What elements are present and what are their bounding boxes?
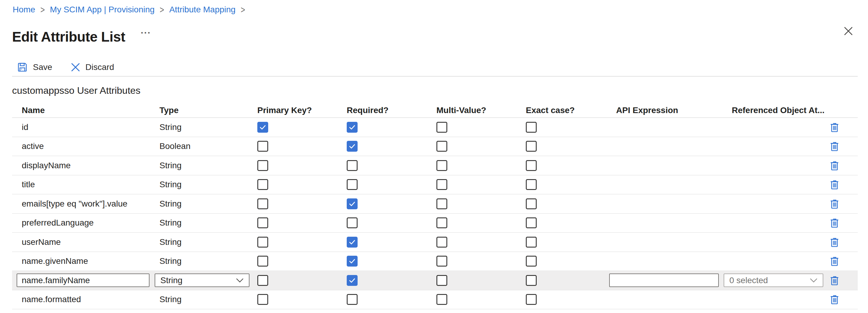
checkbox-required[interactable]: [347, 294, 358, 305]
api-expression-input[interactable]: [609, 274, 719, 287]
checkbox-required[interactable]: [347, 275, 358, 286]
delete-attribute-button[interactable]: [830, 256, 839, 267]
checkbox-multi-value[interactable]: [436, 122, 447, 133]
checkbox-multi-value[interactable]: [436, 237, 447, 248]
checkbox-multi-value[interactable]: [436, 141, 447, 152]
discard-x-icon: [71, 63, 80, 72]
checkbox-primary-key[interactable]: [257, 217, 268, 228]
trash-icon: [830, 294, 839, 305]
breadcrumb-separator-icon: >: [40, 4, 45, 15]
breadcrumb-separator-icon: >: [160, 4, 164, 15]
attribute-type: String: [159, 218, 257, 228]
delete-attribute-button[interactable]: [830, 199, 839, 209]
checkbox-primary-key[interactable]: [257, 237, 268, 248]
breadcrumb-link[interactable]: Attribute Mapping: [169, 5, 235, 14]
attribute-name-input[interactable]: [17, 274, 150, 287]
trash-icon: [830, 218, 839, 228]
attribute-name: userName: [12, 237, 159, 247]
delete-attribute-button[interactable]: [830, 179, 839, 190]
checkbox-primary-key[interactable]: [257, 141, 268, 152]
toolbar-divider: [12, 76, 858, 77]
delete-attribute-button[interactable]: [830, 294, 839, 305]
checkbox-exact-case[interactable]: [526, 141, 537, 152]
table-row: title String: [12, 175, 858, 195]
discard-button-label: Discard: [86, 62, 114, 72]
column-header-required: Required?: [347, 106, 436, 115]
trash-icon: [830, 161, 839, 171]
checkbox-required[interactable]: [347, 179, 358, 190]
attribute-name: displayName: [12, 161, 159, 170]
checkbox-exact-case[interactable]: [526, 275, 537, 286]
column-header-exact-case: Exact case?: [526, 106, 609, 115]
checkbox-multi-value[interactable]: [436, 256, 447, 267]
checkbox-primary-key[interactable]: [257, 294, 268, 305]
section-heading: customappsso User Attributes: [12, 85, 141, 96]
attribute-type: String: [159, 237, 257, 247]
trash-icon: [830, 179, 839, 190]
checkbox-exact-case[interactable]: [526, 199, 537, 209]
more-options-button[interactable]: ...: [141, 25, 151, 36]
discard-button[interactable]: Discard: [71, 62, 114, 72]
delete-attribute-button[interactable]: [830, 160, 839, 171]
trash-icon: [830, 199, 839, 209]
checkbox-multi-value[interactable]: [436, 199, 447, 209]
checkbox-multi-value[interactable]: [436, 179, 447, 190]
checkbox-primary-key[interactable]: [257, 160, 268, 171]
checkbox-exact-case[interactable]: [526, 237, 537, 248]
checkbox-exact-case[interactable]: [526, 217, 537, 228]
table-row: name.givenName String: [12, 252, 858, 271]
attribute-name: name.givenName: [12, 256, 159, 266]
check-icon: [348, 124, 356, 131]
checkbox-exact-case[interactable]: [526, 294, 537, 305]
table-row: name.formatted String: [12, 290, 858, 310]
checkbox-multi-value[interactable]: [436, 275, 447, 286]
column-header-type: Type: [159, 106, 257, 115]
breadcrumb-link[interactable]: Home: [13, 5, 35, 14]
checkbox-primary-key[interactable]: [257, 179, 268, 190]
attribute-name: preferredLanguage: [12, 218, 159, 228]
checkbox-required[interactable]: [347, 199, 358, 209]
checkbox-required[interactable]: [347, 217, 358, 228]
save-button-label: Save: [33, 62, 52, 72]
checkbox-primary-key[interactable]: [257, 275, 268, 286]
delete-attribute-button[interactable]: [830, 141, 839, 152]
attribute-name: active: [12, 141, 159, 151]
table-row: active Boolean: [12, 137, 858, 156]
checkbox-required[interactable]: [347, 237, 358, 248]
trash-icon: [830, 275, 839, 285]
referenced-object-select-value: 0 selected: [730, 276, 768, 285]
delete-attribute-button[interactable]: [830, 275, 839, 286]
column-header-referenced-object: Referenced Object At...: [724, 106, 828, 115]
referenced-object-select[interactable]: 0 selected: [724, 274, 823, 287]
checkbox-required[interactable]: [347, 122, 358, 133]
checkbox-required[interactable]: [347, 256, 358, 267]
save-button[interactable]: Save: [17, 62, 52, 72]
close-button[interactable]: [843, 25, 854, 37]
checkbox-exact-case[interactable]: [526, 160, 537, 171]
checkbox-primary-key[interactable]: [257, 256, 268, 267]
attribute-type: String: [159, 294, 257, 304]
trash-icon: [830, 256, 839, 266]
checkbox-multi-value[interactable]: [436, 217, 447, 228]
checkbox-required[interactable]: [347, 160, 358, 171]
checkbox-exact-case[interactable]: [526, 122, 537, 133]
checkbox-required[interactable]: [347, 141, 358, 152]
table-row-editing: String 0 selected: [12, 271, 858, 290]
checkbox-multi-value[interactable]: [436, 160, 447, 171]
check-icon: [348, 200, 356, 207]
type-select-value: String: [160, 276, 182, 285]
attribute-name: title: [12, 180, 159, 189]
type-select[interactable]: String: [155, 274, 249, 287]
delete-attribute-button[interactable]: [830, 237, 839, 248]
checkbox-exact-case[interactable]: [526, 179, 537, 190]
page-title: Edit Attribute List: [12, 29, 125, 45]
checkbox-multi-value[interactable]: [436, 294, 447, 305]
checkbox-primary-key[interactable]: [257, 122, 268, 133]
breadcrumb: Home>My SCIM App | Provisioning>Attribut…: [13, 5, 245, 14]
checkbox-exact-case[interactable]: [526, 256, 537, 267]
checkbox-primary-key[interactable]: [257, 199, 268, 209]
delete-attribute-button[interactable]: [830, 122, 839, 133]
delete-attribute-button[interactable]: [830, 217, 839, 228]
breadcrumb-link[interactable]: My SCIM App | Provisioning: [50, 5, 155, 14]
attribute-type: String: [159, 180, 257, 189]
